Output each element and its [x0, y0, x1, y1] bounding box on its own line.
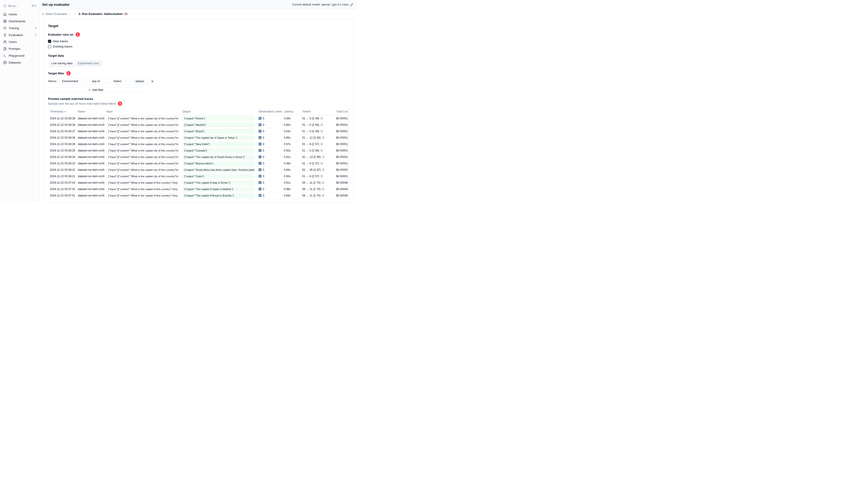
home-icon	[3, 12, 7, 16]
cell-input[interactable]: {"input":[{"content":"What is the capita…	[106, 155, 179, 159]
cell-output[interactable]: {"output":"The capital of Spain is Madri…	[182, 187, 255, 191]
users-icon	[3, 40, 7, 43]
breadcrumb-step2[interactable]: 2. Run Evaluator: Hallucination	[79, 12, 128, 15]
sidebar-item-dashboards[interactable]: Dashboards	[3, 18, 37, 25]
breadcrumb-step1[interactable]: 1. Select Evaluator	[42, 12, 71, 15]
where-label: Where	[48, 80, 57, 83]
cell-name: dataset-run-item-cm3s4	[76, 149, 104, 152]
cell-observation-levels: 3	[263, 162, 264, 165]
cell-name: dataset-run-item-cm3s4	[76, 168, 104, 171]
checkbox-checked-icon	[48, 40, 51, 43]
cell-output[interactable]: {"output":"New Delhi"}	[182, 142, 255, 146]
table-row[interactable]: 2024-11-22 03:37:03 dataset-run-item-cm3…	[48, 180, 350, 186]
filter-value-chip: default	[134, 79, 146, 83]
filter-operator-select[interactable]: any of	[89, 78, 108, 85]
sidebar-item-datasets[interactable]: Datasets	[3, 59, 37, 66]
sidebar-item-prompts[interactable]: Prompts	[3, 45, 37, 52]
col-tokens[interactable]: Tokens	[300, 110, 334, 113]
cell-total-cost: $0.000011 (	[334, 149, 350, 152]
cell-input[interactable]: {"input":[{"content":"What is the capita…	[106, 123, 179, 127]
table-row[interactable]: 2024-11-22 03:38:23 dataset-run-item-cm3…	[48, 160, 350, 167]
step-badge-3: 3	[118, 101, 122, 106]
table-row[interactable]: 2024-11-22 03:37:01 dataset-run-item-cm3…	[48, 192, 350, 199]
cell-input[interactable]: {"input":[{"content":"What is the capita…	[106, 142, 179, 146]
col-name[interactable]: Name	[76, 110, 104, 113]
col-output[interactable]: Output	[181, 110, 257, 113]
filter-column-select[interactable]: Environment	[60, 78, 86, 85]
edit-pencil-icon[interactable]	[350, 3, 353, 6]
col-observation-levels[interactable]: Observation Levels	[257, 110, 282, 113]
table-row[interactable]: 2024-11-22 03:38:21 dataset-run-item-cm3…	[48, 173, 350, 180]
table-row[interactable]: 2024-11-22 03:38:27 dataset-run-item-cm3…	[48, 128, 350, 134]
preview-subtitle-row: Sample over the last 24 hours that match…	[48, 101, 350, 106]
sidebar-item-tracing[interactable]: Tracing	[3, 25, 37, 31]
cell-tokens: 59 → 11 (Σ 70)	[302, 194, 320, 197]
chevron-right-icon	[34, 34, 37, 36]
cell-total-cost: $0.00046 (	[334, 188, 350, 191]
cell-output[interactable]: {"output":"The capital of Italy is Rome.…	[182, 181, 255, 185]
table-row[interactable]: 2024-11-22 03:38:26 dataset-run-item-cm3…	[48, 141, 350, 148]
cell-tokens: 59 → 11 (Σ 70)	[302, 181, 320, 184]
add-filter-button[interactable]: Add filter	[48, 87, 144, 93]
cell-output[interactable]: {"output":"Cairo"}	[182, 174, 255, 178]
filter-value-select[interactable]: Select default	[111, 78, 148, 85]
cell-input[interactable]: {"input":[{"content":"What is the capita…	[106, 161, 179, 165]
col-timestamp[interactable]: Timestamp▼	[48, 110, 76, 113]
cell-timestamp: 2024-11-22 03:38:26	[48, 142, 76, 146]
checkbox-unchecked-icon	[48, 45, 51, 48]
cell-name: dataset-run-item-cm3s4	[76, 117, 104, 120]
table-row[interactable]: 2024-11-22 03:38:28 dataset-run-item-cm3…	[48, 122, 350, 128]
cell-total-cost: $0.000011 (	[334, 117, 350, 120]
table-row[interactable]: 2024-11-22 03:38:28 dataset-run-item-cm3…	[48, 115, 350, 122]
table-row[interactable]: 2024-11-22 03:38:22 dataset-run-item-cm3…	[48, 167, 350, 173]
table-row[interactable]: 2024-11-22 03:38:24 dataset-run-item-cm3…	[48, 154, 350, 160]
cell-input[interactable]: {"input":[{"content":"What is the capita…	[106, 181, 179, 185]
cell-input[interactable]: {"input":[{"content":"What is the capita…	[106, 194, 179, 198]
sidebar-item-users[interactable]: Users	[3, 38, 37, 45]
cell-total-cost: $0.000029	[334, 168, 350, 171]
cell-output[interactable]: {"output":"The capital city of Japan is …	[182, 136, 255, 140]
col-total-cost[interactable]: Total Cost	[334, 110, 350, 113]
cell-name: dataset-run-item-cm3s4	[76, 130, 104, 133]
tab-experiment-runs[interactable]: Experiment runs	[75, 61, 102, 66]
cell-input[interactable]: {"input":[{"content":"What is the capita…	[106, 129, 179, 133]
cell-output[interactable]: {"output":"The capital of Brazil is Bras…	[182, 194, 255, 198]
goto-search[interactable]: Go to... ⌘ K	[3, 3, 37, 9]
sidebar-item-evaluation[interactable]: Evaluation	[3, 31, 37, 38]
table-row[interactable]: 2024-11-22 03:38:26 dataset-run-item-cm3…	[48, 134, 350, 141]
cell-observation-levels: 3	[263, 123, 264, 127]
cell-latency: 0.57s	[282, 142, 300, 146]
cell-output[interactable]: {"output":"The capital city of South Kor…	[182, 155, 255, 159]
cell-total-cost: $0.000016	[334, 155, 350, 159]
sidebar-item-home[interactable]: Home	[3, 11, 37, 18]
cell-input[interactable]: {"input":[{"content":"What is the capita…	[106, 168, 179, 172]
table-row[interactable]: 2024-11-22 03:37:02 dataset-run-item-cm3…	[48, 186, 350, 192]
cell-input[interactable]: {"input":[{"content":"What is the capita…	[106, 136, 179, 140]
search-icon	[3, 4, 6, 7]
info-level-icon: i	[258, 175, 261, 178]
checkbox-existing-traces[interactable]: Existing traces	[48, 44, 350, 49]
checkbox-new-traces[interactable]: New traces	[48, 39, 350, 43]
col-input[interactable]: Input	[104, 110, 181, 113]
sidebar-item-playground[interactable]: Playground	[3, 52, 37, 59]
cell-output[interactable]: {"output":"Brazil"}	[182, 129, 255, 133]
cell-input[interactable]: {"input":[{"content":"What is the capita…	[106, 187, 179, 191]
cell-input[interactable]: {"input":[{"content":"What is the capita…	[106, 117, 179, 121]
sort-desc-icon: ▼	[64, 111, 66, 113]
cell-input[interactable]: {"input":[{"content":"What is the capita…	[106, 149, 179, 153]
cell-output[interactable]: {"output":"Buenos Aires"}	[182, 161, 255, 165]
info-level-icon: i	[258, 123, 261, 126]
cell-output[interactable]: {"output":"South Africa has three capita…	[182, 168, 255, 172]
remove-filter-button[interactable]	[151, 80, 154, 83]
cell-output[interactable]: {"output":"Rome"}	[182, 117, 255, 121]
table-row[interactable]: 2024-11-22 03:38:25 dataset-run-item-cm3…	[48, 148, 350, 154]
cell-name: dataset-run-item-cm3s4	[76, 136, 104, 139]
table-scrollbar[interactable]	[348, 108, 350, 199]
cell-output[interactable]: {"output":"Madrid"}	[182, 123, 255, 127]
cell-latency: 0.81s	[282, 155, 300, 159]
cell-observation-levels: 3	[263, 117, 264, 120]
cell-input[interactable]: {"input":[{"content":"What is the capita…	[106, 174, 179, 178]
cell-output[interactable]: {"output":"Canada"}	[182, 149, 255, 153]
col-latency[interactable]: Latency	[282, 110, 300, 113]
tab-live-tracing-data[interactable]: Live tracing data	[49, 61, 75, 66]
